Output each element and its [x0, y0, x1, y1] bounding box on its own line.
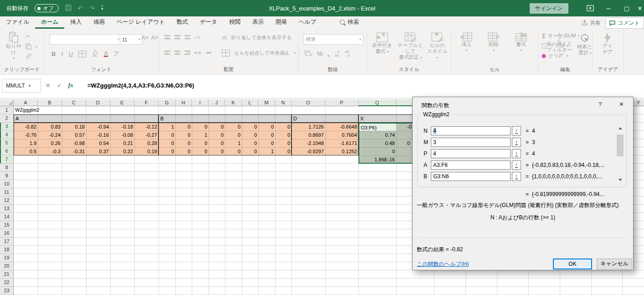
row-header-19[interactable]: 19 [0, 254, 14, 262]
collapse-dialog-icon[interactable]: ↑ [512, 160, 521, 170]
paste-button[interactable]: 貼り付け ▾ [4, 31, 24, 61]
cell-J4[interactable]: 0 [209, 131, 225, 139]
font-color-icon[interactable]: A [104, 51, 108, 57]
cell-A6[interactable]: 0.5 [14, 147, 38, 155]
cell-B4[interactable]: -0.24 [38, 131, 62, 139]
cell-Q2[interactable]: X [359, 115, 377, 122]
cell-P3[interactable]: -0.6648 [325, 123, 358, 131]
row-header-21[interactable]: 21 [0, 270, 14, 279]
tab-検索[interactable]: 検索 [334, 16, 365, 29]
cell-G6[interactable]: 0 [158, 147, 175, 155]
cell-E3[interactable]: -0.18 [110, 123, 134, 131]
cell-A4[interactable]: -0.76 [14, 131, 38, 139]
column-header-L[interactable]: L [242, 99, 258, 106]
cell-N4[interactable]: 0 [275, 131, 291, 139]
column-header-A[interactable]: A [14, 99, 38, 106]
font-size-combo[interactable]: 11▾ [120, 34, 143, 45]
comments-button[interactable]: コメント [605, 17, 644, 29]
cell-F5[interactable]: 0.28 [134, 139, 158, 147]
cell-E5[interactable]: 0.21 [110, 139, 134, 147]
cell-styles-button[interactable]: セルのスタイル ▾ [425, 32, 449, 61]
cell-I5[interactable]: 0 [192, 139, 209, 147]
scroll-up-icon[interactable] [616, 124, 624, 132]
dialog-scrollbar[interactable] [616, 124, 624, 184]
cell-O2[interactable]: D [292, 115, 310, 122]
percent-icon[interactable]: % [317, 50, 322, 57]
orientation-icon[interactable]: ⟋▾ [194, 34, 200, 40]
row-header-5[interactable]: 5 [0, 139, 14, 147]
row-header-16[interactable]: 16 [0, 229, 14, 238]
cut-button[interactable]: ✂ [26, 33, 30, 40]
ribbon-display-options-icon[interactable] [581, 0, 599, 16]
tab-数式[interactable]: 数式 [171, 16, 194, 29]
row-header-12[interactable]: 12 [0, 197, 14, 205]
cancel-button[interactable]: キャンセル [597, 259, 632, 269]
enter-entry-button[interactable]: ✓ [57, 82, 62, 89]
formula-input[interactable]: =WZggglm2(4,3,4,A3:F6,G3:N6,O3:P6) [87, 79, 194, 92]
close-button[interactable]: ✕ [636, 0, 644, 16]
row-header-15[interactable]: 15 [0, 221, 14, 229]
tab-ヘルプ[interactable]: ヘルプ [293, 16, 322, 29]
cell-E4[interactable]: -0.08 [110, 131, 134, 139]
align-center-icon[interactable] [174, 50, 180, 56]
align-top-icon[interactable] [164, 34, 170, 40]
bold-button[interactable]: B [51, 51, 56, 57]
cell-L6[interactable]: 0 [242, 147, 258, 155]
collapse-dialog-icon[interactable]: ↑ [512, 126, 521, 135]
cell-A2[interactable]: A [14, 115, 32, 122]
row-header-22[interactable]: 22 [0, 279, 14, 287]
cell-B6[interactable]: -0.3 [38, 147, 62, 155]
borders-icon[interactable] [78, 51, 87, 57]
cell-F3[interactable]: -0.12 [134, 123, 158, 131]
select-all-corner[interactable] [0, 99, 14, 106]
scrollbar-thumb[interactable] [617, 135, 624, 156]
undo-icon[interactable]: ↶ [78, 5, 83, 12]
cell-M6[interactable]: 1 [258, 147, 275, 155]
align-bottom-icon[interactable] [184, 34, 190, 40]
cell-P6[interactable]: 0.1252 [325, 147, 358, 155]
insert-cells-button[interactable]: 挿入▾ [455, 32, 478, 53]
cell-R3-fragment[interactable]: -0 [406, 123, 412, 131]
cell-I4[interactable]: 1 [192, 131, 209, 139]
cell-E6[interactable]: 0.22 [110, 147, 134, 155]
cell-J5[interactable]: 0 [209, 139, 225, 147]
row-header-23[interactable]: 23 [0, 287, 14, 295]
tab-描画[interactable]: 描画 [87, 16, 111, 29]
cell-R5-fragment[interactable]: 0 [406, 139, 412, 147]
copy-button[interactable]: ▾ [26, 43, 37, 50]
phonetic-guide-icon[interactable]: ア [113, 50, 119, 58]
font-name-combo[interactable]: ▾ [50, 34, 122, 45]
argument-input-A[interactable]: A3:F6 [431, 160, 511, 170]
column-header-N[interactable]: N [275, 99, 291, 106]
cell-M4[interactable]: 0 [258, 131, 275, 139]
cell-F4[interactable]: -0.27 [134, 131, 158, 139]
column-header-D[interactable]: D [86, 99, 110, 106]
conditional-formatting-button[interactable]: 条件付き書式 ▾ [369, 32, 395, 55]
align-right-icon[interactable] [184, 50, 190, 56]
cell-C6[interactable]: -0.31 [62, 147, 86, 155]
collapse-dialog-icon[interactable]: ↑ [512, 138, 521, 147]
row-header-13[interactable]: 13 [0, 205, 14, 213]
column-header-G[interactable]: G [158, 99, 175, 106]
row-header-2[interactable]: 2 [0, 114, 14, 123]
share-button[interactable]: 共有 [582, 19, 601, 27]
cell-I3[interactable]: 0 [192, 123, 209, 131]
cell-H6[interactable]: 0 [175, 147, 192, 155]
cell-Q7[interactable]: 1.86E-16 [358, 155, 396, 164]
column-header-Q[interactable]: Q [358, 99, 396, 106]
italic-button[interactable]: I [61, 50, 63, 57]
tab-挿入[interactable]: 挿入 [64, 16, 87, 29]
sign-in-button[interactable]: サインイン [530, 3, 568, 14]
function-help-link[interactable]: この関数のヘルプ(H) [417, 260, 469, 268]
cell-C3[interactable]: 0.18 [62, 123, 86, 131]
cell-M3[interactable]: 0 [258, 123, 275, 131]
cell-D4[interactable]: -0.16 [86, 131, 110, 139]
column-header-P[interactable]: P [325, 99, 358, 106]
cell-I6[interactable]: 0 [192, 147, 209, 155]
cell-O6[interactable]: -0.9297 [291, 147, 325, 155]
merge-center-button[interactable]: セルを結合して中央揃え ▾ [222, 50, 296, 57]
row-header-11[interactable]: 11 [0, 188, 14, 197]
row-header-4[interactable]: 4 [0, 131, 14, 139]
cell-K3[interactable]: 0 [225, 123, 242, 131]
maximize-button[interactable]: ▢ [618, 0, 636, 16]
